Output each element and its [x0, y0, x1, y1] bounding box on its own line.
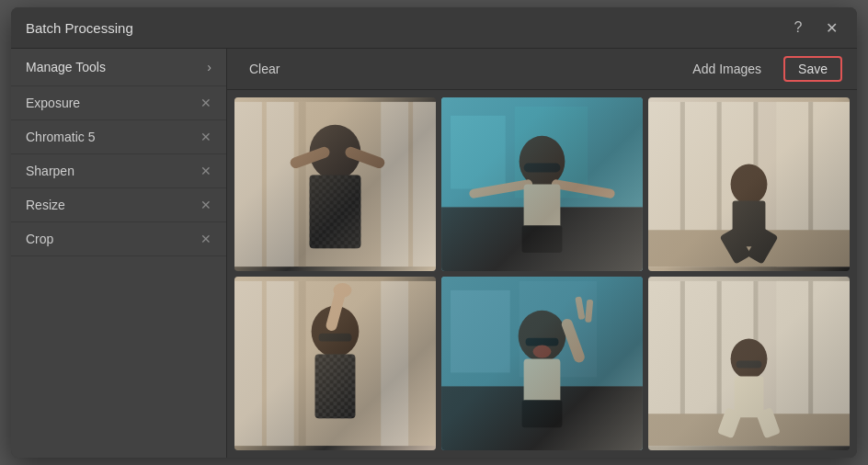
- svg-rect-43: [381, 281, 408, 446]
- sidebar: Manage Tools › Exposure ✕ Chromatic 5 ✕ …: [11, 49, 227, 458]
- help-icon: ?: [794, 19, 803, 36]
- svg-rect-30: [680, 102, 685, 267]
- help-button[interactable]: ?: [787, 17, 809, 39]
- tool-remove-crop[interactable]: ✕: [200, 232, 211, 245]
- main-content: Clear Add Images Save: [227, 49, 857, 458]
- svg-rect-24: [648, 102, 850, 267]
- header-icons: ? ✕: [787, 17, 842, 39]
- image-3: [648, 97, 850, 271]
- svg-rect-63: [524, 359, 561, 410]
- svg-rect-8: [310, 176, 361, 249]
- tool-item-crop[interactable]: Crop ✕: [11, 222, 226, 256]
- svg-rect-23: [522, 225, 563, 253]
- svg-rect-67: [685, 281, 717, 446]
- image-cell-1[interactable]: [234, 97, 436, 271]
- tool-item-sharpen[interactable]: Sharpen ✕: [11, 154, 226, 188]
- svg-rect-14: [441, 97, 643, 207]
- tool-item-exposure[interactable]: Exposure ✕: [11, 86, 226, 120]
- tool-item-resize[interactable]: Resize ✕: [11, 188, 226, 222]
- tool-remove-resize[interactable]: ✕: [200, 198, 211, 211]
- svg-rect-5: [413, 102, 436, 267]
- image-4: [234, 277, 436, 450]
- image-cell-4[interactable]: [234, 277, 436, 450]
- svg-rect-60: [560, 317, 586, 364]
- svg-rect-32: [753, 102, 758, 267]
- svg-rect-62: [585, 300, 593, 323]
- svg-rect-25: [648, 102, 680, 267]
- svg-rect-1: [234, 102, 262, 267]
- svg-rect-46: [325, 285, 347, 332]
- tool-remove-sharpen[interactable]: ✕: [200, 164, 211, 177]
- tool-label-exposure: Exposure: [26, 96, 80, 110]
- svg-rect-64: [522, 400, 563, 427]
- svg-point-76: [731, 339, 768, 380]
- image-6: [648, 277, 850, 450]
- svg-rect-69: [776, 281, 808, 446]
- svg-point-57: [519, 311, 566, 362]
- clear-button[interactable]: Clear: [242, 58, 287, 80]
- svg-rect-36: [733, 200, 766, 246]
- svg-rect-42: [299, 281, 306, 446]
- svg-rect-56: [520, 281, 598, 377]
- svg-rect-65: [648, 281, 850, 446]
- tool-label-crop: Crop: [26, 232, 53, 246]
- svg-rect-21: [551, 179, 615, 199]
- image-cell-5[interactable]: [441, 277, 643, 450]
- svg-rect-9: [289, 145, 331, 170]
- svg-rect-80: [756, 407, 781, 438]
- image-cell-6[interactable]: [648, 277, 850, 450]
- add-images-button[interactable]: Add Images: [685, 58, 769, 80]
- svg-rect-38: [747, 228, 779, 265]
- svg-rect-4: [381, 102, 408, 267]
- svg-point-44: [312, 306, 360, 357]
- svg-rect-54: [441, 386, 643, 450]
- svg-rect-17: [515, 107, 588, 198]
- svg-rect-31: [717, 102, 722, 267]
- image-2: [441, 97, 643, 271]
- svg-rect-2: [267, 102, 294, 267]
- svg-rect-33: [808, 102, 813, 267]
- svg-rect-15: [441, 207, 643, 271]
- modal-body: Manage Tools › Exposure ✕ Chromatic 5 ✕ …: [11, 49, 857, 458]
- svg-rect-74: [808, 281, 813, 446]
- svg-rect-39: [234, 281, 436, 446]
- modal-header: Batch Processing ? ✕: [11, 7, 857, 49]
- svg-rect-68: [722, 281, 754, 446]
- close-icon: ✕: [826, 19, 838, 37]
- close-button[interactable]: ✕: [820, 17, 842, 39]
- svg-rect-29: [813, 102, 850, 267]
- svg-rect-26: [685, 102, 717, 267]
- save-button[interactable]: Save: [783, 56, 842, 82]
- tool-remove-chromatic5[interactable]: ✕: [200, 130, 211, 143]
- svg-point-35: [731, 164, 768, 205]
- svg-point-6: [310, 125, 361, 180]
- chevron-right-icon: ›: [207, 60, 211, 74]
- svg-rect-77: [737, 361, 762, 369]
- svg-rect-3: [299, 102, 306, 267]
- image-cell-2[interactable]: [441, 97, 643, 271]
- svg-rect-13: [441, 97, 643, 271]
- svg-rect-45: [319, 334, 352, 342]
- svg-rect-0: [234, 102, 436, 267]
- batch-processing-modal: Batch Processing ? ✕ Manage Tools › Expo…: [11, 7, 857, 458]
- svg-rect-7: [310, 176, 361, 249]
- tool-remove-exposure[interactable]: ✕: [200, 96, 211, 109]
- svg-rect-34: [648, 230, 850, 267]
- svg-rect-66: [648, 281, 680, 446]
- svg-rect-27: [722, 102, 754, 267]
- svg-rect-49: [315, 355, 356, 419]
- manage-tools-button[interactable]: Manage Tools ›: [11, 49, 226, 86]
- image-5: [441, 277, 643, 450]
- svg-rect-52: [441, 277, 643, 450]
- tool-item-chromatic5[interactable]: Chromatic 5 ✕: [11, 120, 226, 154]
- svg-rect-40: [234, 281, 262, 446]
- svg-rect-48: [315, 355, 356, 419]
- tool-label-chromatic5: Chromatic 5: [26, 130, 95, 144]
- image-1: [234, 97, 436, 271]
- svg-rect-16: [451, 116, 506, 189]
- svg-rect-71: [680, 281, 685, 446]
- svg-rect-41: [267, 281, 294, 446]
- svg-rect-19: [524, 164, 561, 173]
- image-cell-3[interactable]: [648, 97, 850, 271]
- svg-rect-28: [776, 102, 808, 267]
